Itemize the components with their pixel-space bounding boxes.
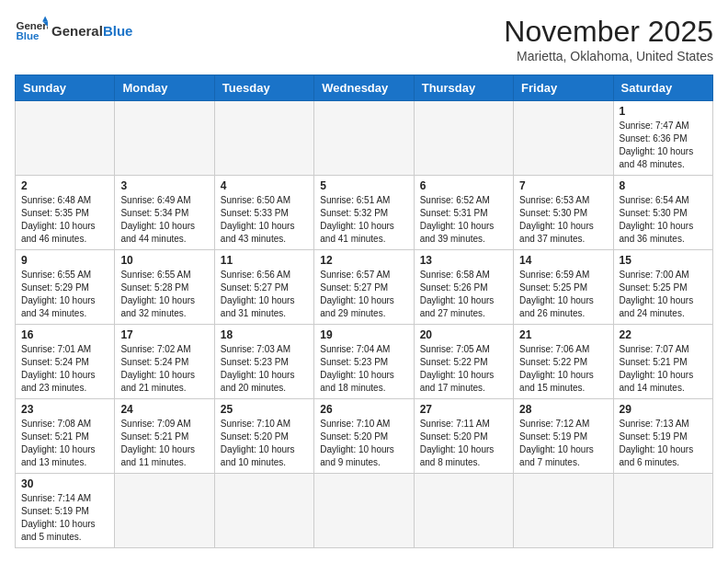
calendar-cell: 4Sunrise: 6:50 AM Sunset: 5:33 PM Daylig… [214, 176, 313, 250]
day-number: 12 [320, 254, 407, 267]
page-header: General Blue GeneralBlue November 2025 M… [15, 15, 713, 63]
calendar-cell [115, 474, 214, 548]
day-number: 5 [320, 179, 407, 192]
calendar-cell [115, 101, 214, 176]
day-info: Sunrise: 7:11 AM Sunset: 5:20 PM Dayligh… [420, 418, 507, 469]
weekday-saturday: Saturday [613, 75, 712, 101]
title-area: November 2025 Marietta, Oklahoma, United… [504, 15, 713, 63]
calendar-cell: 15Sunrise: 7:00 AM Sunset: 5:25 PM Dayli… [613, 250, 712, 325]
day-number: 30 [21, 477, 108, 490]
calendar-cell [214, 474, 313, 548]
day-number: 22 [620, 328, 707, 341]
day-number: 8 [620, 179, 707, 192]
calendar-cell: 22Sunrise: 7:07 AM Sunset: 5:21 PM Dayli… [613, 325, 712, 399]
calendar-cell: 21Sunrise: 7:06 AM Sunset: 5:22 PM Dayli… [514, 325, 613, 399]
day-info: Sunrise: 6:55 AM Sunset: 5:29 PM Dayligh… [21, 269, 108, 320]
calendar-week-6: 30Sunrise: 7:14 AM Sunset: 5:19 PM Dayli… [16, 474, 713, 548]
day-number: 20 [420, 328, 507, 341]
day-number: 17 [120, 328, 208, 341]
calendar-cell: 14Sunrise: 6:59 AM Sunset: 5:25 PM Dayli… [514, 250, 613, 325]
calendar-cell [514, 101, 613, 176]
logo-icon: General Blue [15, 15, 48, 48]
calendar-week-1: 1Sunrise: 7:47 AM Sunset: 6:36 PM Daylig… [16, 101, 713, 176]
day-info: Sunrise: 7:05 AM Sunset: 5:22 PM Dayligh… [420, 343, 507, 395]
day-info: Sunrise: 6:57 AM Sunset: 5:27 PM Dayligh… [320, 269, 407, 320]
day-number: 11 [221, 254, 308, 267]
day-info: Sunrise: 6:56 AM Sunset: 5:27 PM Dayligh… [221, 269, 308, 320]
month-title: November 2025 [504, 15, 713, 49]
day-number: 6 [420, 179, 507, 192]
calendar-cell: 26Sunrise: 7:10 AM Sunset: 5:20 PM Dayli… [314, 399, 414, 474]
location-subtitle: Marietta, Oklahoma, United States [504, 49, 713, 63]
day-info: Sunrise: 7:02 AM Sunset: 5:24 PM Dayligh… [120, 343, 208, 395]
calendar-cell: 25Sunrise: 7:10 AM Sunset: 5:20 PM Dayli… [214, 399, 313, 474]
calendar-week-3: 9Sunrise: 6:55 AM Sunset: 5:29 PM Daylig… [16, 250, 713, 325]
logo: General Blue GeneralBlue [15, 15, 132, 48]
calendar-cell [514, 474, 613, 548]
logo-general: General [51, 23, 103, 39]
day-info: Sunrise: 7:14 AM Sunset: 5:19 PM Dayligh… [21, 492, 108, 544]
day-info: Sunrise: 7:00 AM Sunset: 5:25 PM Dayligh… [620, 269, 707, 320]
weekday-monday: Monday [115, 75, 214, 101]
calendar-cell: 7Sunrise: 6:53 AM Sunset: 5:30 PM Daylig… [514, 176, 613, 250]
calendar-cell: 2Sunrise: 6:48 AM Sunset: 5:35 PM Daylig… [16, 176, 115, 250]
calendar-table: SundayMondayTuesdayWednesdayThursdayFrid… [15, 75, 713, 548]
calendar-week-2: 2Sunrise: 6:48 AM Sunset: 5:35 PM Daylig… [16, 176, 713, 250]
day-number: 16 [21, 328, 108, 341]
day-info: Sunrise: 7:13 AM Sunset: 5:19 PM Dayligh… [620, 418, 707, 469]
calendar-cell: 13Sunrise: 6:58 AM Sunset: 5:26 PM Dayli… [414, 250, 513, 325]
calendar-cell: 28Sunrise: 7:12 AM Sunset: 5:19 PM Dayli… [514, 399, 613, 474]
calendar-cell: 3Sunrise: 6:49 AM Sunset: 5:34 PM Daylig… [115, 176, 214, 250]
day-number: 29 [620, 403, 707, 416]
calendar-cell: 27Sunrise: 7:11 AM Sunset: 5:20 PM Dayli… [414, 399, 513, 474]
weekday-header-row: SundayMondayTuesdayWednesdayThursdayFrid… [16, 75, 713, 101]
calendar-cell: 8Sunrise: 6:54 AM Sunset: 5:30 PM Daylig… [613, 176, 712, 250]
weekday-sunday: Sunday [16, 75, 115, 101]
calendar-body: 1Sunrise: 7:47 AM Sunset: 6:36 PM Daylig… [16, 101, 713, 548]
day-info: Sunrise: 7:04 AM Sunset: 5:23 PM Dayligh… [320, 343, 407, 395]
calendar-cell [16, 101, 115, 176]
calendar-cell: 19Sunrise: 7:04 AM Sunset: 5:23 PM Dayli… [314, 325, 414, 399]
calendar-cell: 30Sunrise: 7:14 AM Sunset: 5:19 PM Dayli… [16, 474, 115, 548]
day-info: Sunrise: 6:55 AM Sunset: 5:28 PM Dayligh… [120, 269, 208, 320]
day-info: Sunrise: 6:49 AM Sunset: 5:34 PM Dayligh… [120, 194, 208, 246]
svg-text:Blue: Blue [16, 30, 40, 41]
calendar-week-5: 23Sunrise: 7:08 AM Sunset: 5:21 PM Dayli… [16, 399, 713, 474]
day-number: 19 [320, 328, 407, 341]
weekday-tuesday: Tuesday [214, 75, 313, 101]
calendar-cell [613, 474, 712, 548]
calendar-cell [414, 474, 513, 548]
day-info: Sunrise: 7:01 AM Sunset: 5:24 PM Dayligh… [21, 343, 108, 395]
calendar-cell: 1Sunrise: 7:47 AM Sunset: 6:36 PM Daylig… [613, 101, 712, 176]
day-number: 10 [120, 254, 208, 267]
day-number: 26 [320, 403, 407, 416]
day-info: Sunrise: 7:10 AM Sunset: 5:20 PM Dayligh… [221, 418, 308, 469]
calendar-cell: 20Sunrise: 7:05 AM Sunset: 5:22 PM Dayli… [414, 325, 513, 399]
calendar-cell [414, 101, 513, 176]
day-number: 9 [21, 254, 108, 267]
weekday-friday: Friday [514, 75, 613, 101]
weekday-wednesday: Wednesday [314, 75, 414, 101]
day-info: Sunrise: 7:47 AM Sunset: 6:36 PM Dayligh… [620, 120, 707, 171]
calendar-cell: 18Sunrise: 7:03 AM Sunset: 5:23 PM Dayli… [214, 325, 313, 399]
day-info: Sunrise: 6:50 AM Sunset: 5:33 PM Dayligh… [221, 194, 308, 246]
calendar-cell: 12Sunrise: 6:57 AM Sunset: 5:27 PM Dayli… [314, 250, 414, 325]
calendar-cell [314, 474, 414, 548]
day-info: Sunrise: 7:08 AM Sunset: 5:21 PM Dayligh… [21, 418, 108, 469]
day-number: 27 [420, 403, 507, 416]
day-number: 15 [620, 254, 707, 267]
day-info: Sunrise: 6:54 AM Sunset: 5:30 PM Dayligh… [620, 194, 707, 246]
day-info: Sunrise: 7:06 AM Sunset: 5:22 PM Dayligh… [519, 343, 607, 395]
day-info: Sunrise: 7:03 AM Sunset: 5:23 PM Dayligh… [221, 343, 308, 395]
day-number: 14 [519, 254, 607, 267]
calendar-cell: 16Sunrise: 7:01 AM Sunset: 5:24 PM Dayli… [16, 325, 115, 399]
calendar-cell [214, 101, 313, 176]
day-info: Sunrise: 6:59 AM Sunset: 5:25 PM Dayligh… [519, 269, 607, 320]
calendar-cell: 10Sunrise: 6:55 AM Sunset: 5:28 PM Dayli… [115, 250, 214, 325]
day-info: Sunrise: 6:53 AM Sunset: 5:30 PM Dayligh… [519, 194, 607, 246]
day-number: 24 [120, 403, 208, 416]
calendar-cell: 23Sunrise: 7:08 AM Sunset: 5:21 PM Dayli… [16, 399, 115, 474]
calendar-cell: 9Sunrise: 6:55 AM Sunset: 5:29 PM Daylig… [16, 250, 115, 325]
calendar-cell [314, 101, 414, 176]
calendar-cell: 5Sunrise: 6:51 AM Sunset: 5:32 PM Daylig… [314, 176, 414, 250]
